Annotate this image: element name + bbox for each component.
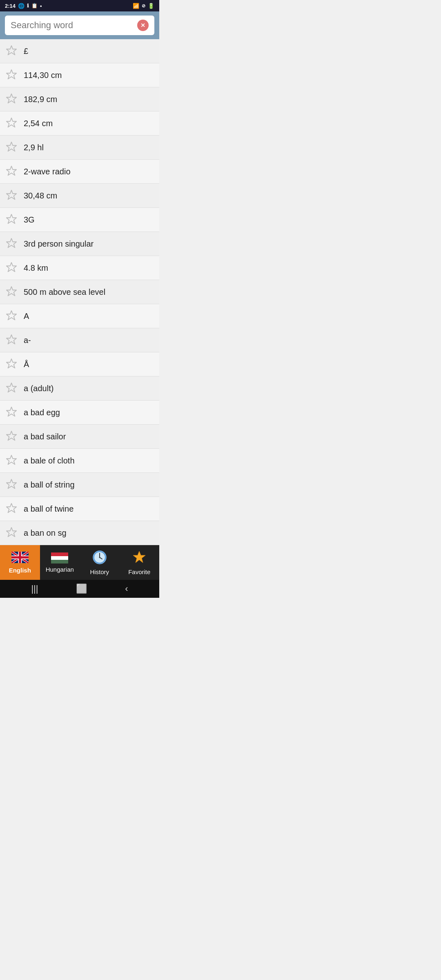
list-item[interactable]: a bale of cloth (0, 449, 159, 473)
star-icon[interactable] (6, 430, 18, 443)
star-icon[interactable] (6, 93, 18, 105)
globe-icon: 🌐 (18, 3, 24, 9)
star-icon[interactable] (6, 503, 18, 515)
word-label: a- (24, 336, 31, 345)
word-label: a ball of string (24, 480, 75, 490)
star-nav-icon (132, 550, 147, 566)
svg-marker-10 (7, 287, 16, 296)
nav-label-history: History (90, 568, 109, 575)
list-item[interactable]: 2,54 cm (0, 111, 159, 136)
star-icon[interactable] (6, 454, 18, 467)
list-item[interactable]: 114,30 cm (0, 63, 159, 87)
clipboard-icon: 📋 (31, 3, 38, 9)
word-label: 2,9 hl (24, 143, 44, 152)
word-label: 182,9 cm (24, 95, 57, 104)
search-box (5, 16, 154, 35)
word-list: £ 114,30 cm 182,9 cm 2,54 cm 2,9 hl 2-wa… (0, 39, 159, 545)
svg-marker-17 (7, 455, 16, 464)
word-label: 2,54 cm (24, 119, 53, 128)
list-item[interactable]: a bad egg (0, 401, 159, 425)
star-icon[interactable] (6, 214, 18, 226)
status-bar: 2:14 🌐 ℹ 📋 • 📶 ⊘ 🔋 (0, 0, 159, 11)
word-label: £ (24, 47, 28, 56)
word-label: 3G (24, 215, 35, 225)
svg-marker-3 (7, 118, 16, 127)
star-icon[interactable] (6, 141, 18, 154)
word-label: a ban on sg (24, 528, 67, 538)
list-item[interactable]: 500 m above sea level (0, 280, 159, 304)
list-item[interactable]: 3G (0, 208, 159, 232)
star-icon[interactable] (6, 69, 18, 81)
svg-marker-9 (7, 263, 16, 272)
svg-marker-27 (133, 551, 145, 563)
list-item[interactable]: A (0, 304, 159, 328)
list-item[interactable]: a ball of string (0, 473, 159, 497)
list-item[interactable]: 3rd person singular (0, 232, 159, 256)
nav-item-hungarian[interactable]: Hungarian (40, 545, 80, 580)
star-icon[interactable] (6, 382, 18, 394)
word-label: a bad egg (24, 408, 60, 417)
list-item[interactable]: 2,9 hl (0, 136, 159, 160)
word-label: 3rd person singular (24, 239, 94, 249)
star-icon[interactable] (6, 45, 18, 57)
battery-icon: 🔋 (148, 3, 154, 9)
svg-marker-18 (7, 479, 16, 488)
info-icon: ℹ (27, 3, 29, 9)
word-label: a bad sailor (24, 432, 66, 441)
recent-apps-button[interactable]: ||| (31, 584, 38, 594)
hun-flag-icon (51, 552, 68, 564)
star-icon[interactable] (6, 334, 18, 346)
svg-marker-2 (7, 94, 16, 103)
list-item[interactable]: 4.8 km (0, 256, 159, 280)
nav-label-english: English (9, 567, 31, 574)
star-icon[interactable] (6, 262, 18, 274)
list-item[interactable]: Å (0, 352, 159, 376)
nav-item-english[interactable]: English (0, 545, 40, 580)
svg-marker-19 (7, 503, 16, 512)
clear-button[interactable] (137, 20, 149, 31)
star-icon[interactable] (6, 238, 18, 250)
svg-marker-6 (7, 190, 16, 199)
list-item[interactable]: a ban on sg (0, 521, 159, 545)
svg-marker-20 (7, 528, 16, 537)
list-item[interactable]: a- (0, 328, 159, 352)
word-label: Å (24, 360, 29, 369)
star-icon[interactable] (6, 117, 18, 129)
word-label: a bale of cloth (24, 456, 75, 466)
list-item[interactable]: £ (0, 39, 159, 63)
list-item[interactable]: 30,48 cm (0, 184, 159, 208)
svg-marker-8 (7, 238, 16, 247)
list-item[interactable]: a bad sailor (0, 425, 159, 449)
star-icon[interactable] (6, 479, 18, 491)
nav-item-favorite[interactable]: Favorite (120, 545, 160, 580)
list-item[interactable]: a ball of twine (0, 497, 159, 521)
svg-marker-7 (7, 214, 16, 223)
list-item[interactable]: a (adult) (0, 376, 159, 401)
word-label: 2-wave radio (24, 167, 71, 176)
nav-item-history[interactable]: History (80, 545, 120, 580)
status-time: 2:14 (5, 3, 16, 9)
word-label: 4.8 km (24, 263, 48, 273)
list-item[interactable]: 182,9 cm (0, 87, 159, 111)
svg-marker-15 (7, 407, 16, 416)
back-button[interactable]: ‹ (125, 584, 128, 594)
word-label: A (24, 312, 29, 321)
star-icon[interactable] (6, 286, 18, 298)
bottom-nav: English Hungarian History (0, 545, 159, 580)
search-input[interactable] (11, 20, 137, 31)
word-label: 500 m above sea level (24, 287, 105, 297)
star-icon[interactable] (6, 406, 18, 419)
star-icon[interactable] (6, 358, 18, 370)
star-icon[interactable] (6, 527, 18, 539)
home-button[interactable]: ⬜ (76, 584, 87, 594)
star-icon[interactable] (6, 310, 18, 322)
list-item[interactable]: 2-wave radio (0, 160, 159, 184)
status-left: 2:14 🌐 ℹ 📋 • (5, 3, 42, 9)
wifi-icon: 📶 (133, 3, 139, 9)
star-icon[interactable] (6, 165, 18, 178)
star-icon[interactable] (6, 189, 18, 202)
svg-point-26 (99, 557, 100, 558)
svg-marker-14 (7, 383, 16, 392)
nav-label-favorite: Favorite (128, 568, 150, 575)
search-container (0, 11, 159, 39)
